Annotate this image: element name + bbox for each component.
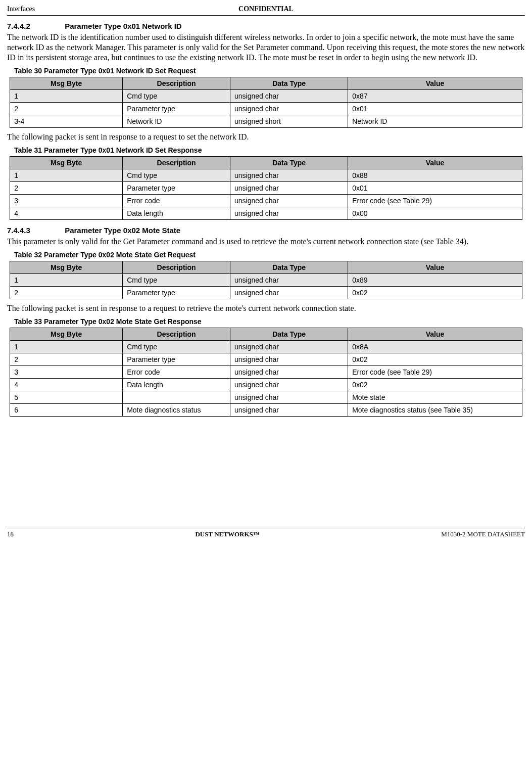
table-cell: 1 [10,90,123,103]
table-cell: Parameter type [123,353,230,366]
table-header: Value [348,157,522,169]
section-heading-7-4-4-2: 7.4.4.2 Parameter Type 0x01 Network ID [7,22,525,30]
table-cell: 0x02 [348,379,522,391]
table-header: Data Type [230,261,348,274]
table-header: Msg Byte [10,328,123,341]
table30-body: 1Cmd typeunsigned char0x872Parameter typ… [10,90,522,128]
table-cell: 0x8A [348,341,522,353]
table-cell: Mote state [348,391,522,404]
table-cell: Network ID [123,115,230,128]
table32-body: 1Cmd typeunsigned char0x892Parameter typ… [10,274,522,299]
table-cell: 1 [10,341,123,353]
section1-body: The network ID is the identification num… [7,32,525,63]
table33-body: 1Cmd typeunsigned char0x8A2Parameter typ… [10,341,522,417]
section2-body: This parameter is only valid for the Get… [7,237,525,247]
table-cell: unsigned char [230,287,348,299]
table-cell: 1 [10,274,123,287]
header-rule [7,15,525,16]
table-row: 3Error codeunsigned charError code (see … [10,195,522,207]
table-header: Description [123,328,230,341]
table-cell: Parameter type [123,287,230,299]
table-cell: 0x87 [348,90,522,103]
table-cell: unsigned char [230,379,348,391]
table-cell: Parameter type [123,182,230,195]
table30: Msg Byte Description Data Type Value 1Cm… [10,77,522,128]
table-cell: 3 [10,366,123,379]
table-cell: Error code [123,366,230,379]
table32-header-row: Msg Byte Description Data Type Value [10,261,522,274]
table-cell: 4 [10,379,123,391]
table-cell: 5 [10,391,123,404]
table-row: 1Cmd typeunsigned char0x88 [10,169,522,182]
table-cell: Cmd type [123,169,230,182]
table-cell: Cmd type [123,90,230,103]
table-header: Description [123,261,230,274]
table-cell: 0x88 [348,169,522,182]
table-cell: unsigned char [230,207,348,220]
table-cell: unsigned char [230,366,348,379]
table-cell: 0x02 [348,353,522,366]
table-row: 4Data lengthunsigned char0x00 [10,207,522,220]
table-header: Description [123,77,230,90]
table-cell: unsigned short [230,115,348,128]
table30-header-row: Msg Byte Description Data Type Value [10,77,522,90]
table-row: 3-4Network IDunsigned shortNetwork ID [10,115,522,128]
table-cell: 2 [10,353,123,366]
table-cell: unsigned char [230,195,348,207]
table-row: 6Mote diagnostics statusunsigned charMot… [10,404,522,417]
table33-caption: Table 33 Parameter Type 0x02 Mote State … [14,317,525,326]
text-after-t32: The following packet is sent in response… [7,303,525,313]
table-cell: unsigned char [230,404,348,417]
table32: Msg Byte Description Data Type Value 1Cm… [10,261,522,299]
table-cell: 0x01 [348,103,522,115]
table-cell: Data length [123,379,230,391]
table-header: Value [348,328,522,341]
table-header: Msg Byte [10,77,123,90]
table-header: Value [348,77,522,90]
table-header: Value [348,261,522,274]
page-footer: 18 DUST NETWORKS™ M1030-2 MOTE DATASHEET [7,528,525,538]
table-header: Data Type [230,328,348,341]
table-cell: 6 [10,404,123,417]
table-cell: Cmd type [123,341,230,353]
table-row: 4Data lengthunsigned char0x02 [10,379,522,391]
table-cell: Mote diagnostics status (see Table 35) [348,404,522,417]
table-row: 1Cmd typeunsigned char0x89 [10,274,522,287]
section-number: 7.4.4.3 [7,226,63,235]
table33: Msg Byte Description Data Type Value 1Cm… [10,328,522,417]
table33-header-row: Msg Byte Description Data Type Value [10,328,522,341]
table-row: 2Parameter typeunsigned char0x01 [10,103,522,115]
table-row: 3Error codeunsigned charError code (see … [10,366,522,379]
table-row: 1Cmd typeunsigned char0x87 [10,90,522,103]
table-header: Description [123,157,230,169]
table-cell: unsigned char [230,341,348,353]
header-left: Interfaces [7,5,35,13]
table-row: 2Parameter typeunsigned char0x01 [10,182,522,195]
table-cell: 0x01 [348,182,522,195]
table-cell: Data length [123,207,230,220]
table-row: 5unsigned charMote state [10,391,522,404]
table-header: Data Type [230,157,348,169]
table-row: 2Parameter typeunsigned char0x02 [10,287,522,299]
table-row: 1Cmd typeunsigned char0x8A [10,341,522,353]
table-cell: unsigned char [230,169,348,182]
table-cell: 2 [10,103,123,115]
header-center: CONFIDENTIAL [35,5,497,13]
table-cell: unsigned char [230,182,348,195]
table30-caption: Table 30 Parameter Type 0x01 Network ID … [14,67,525,75]
table-cell: Error code (see Table 29) [348,366,522,379]
table-cell: 3 [10,195,123,207]
table-cell: 1 [10,169,123,182]
section-number: 7.4.4.2 [7,22,63,30]
table-cell: 4 [10,207,123,220]
section-title: Parameter Type 0x02 Mote State [65,226,180,235]
table-cell: unsigned char [230,391,348,404]
table-cell: unsigned char [230,103,348,115]
table-header: Msg Byte [10,261,123,274]
table-cell: 0x89 [348,274,522,287]
table32-caption: Table 32 Parameter Type 0x02 Mote State … [14,251,525,259]
table31-body: 1Cmd typeunsigned char0x882Parameter typ… [10,169,522,220]
table-header: Data Type [230,77,348,90]
table-cell [123,391,230,404]
table-cell: 3-4 [10,115,123,128]
